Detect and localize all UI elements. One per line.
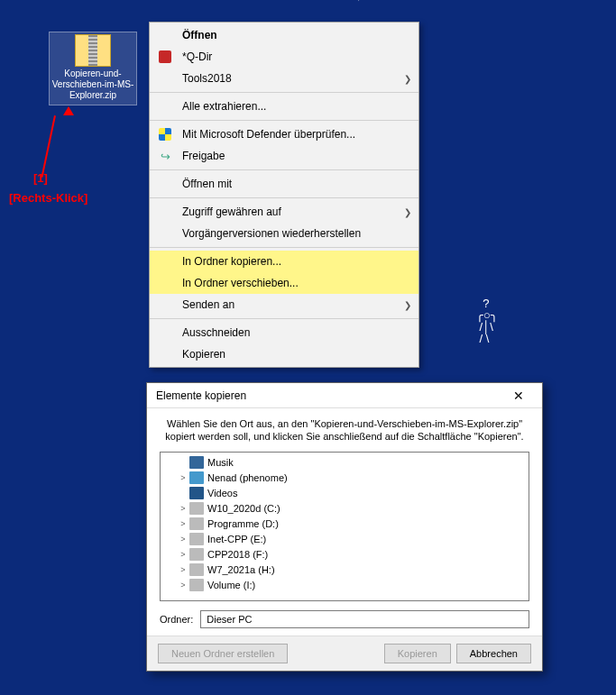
blank-icon [157, 176, 173, 192]
folder-label: Ordner: [160, 614, 193, 625]
menu-label: In Ordner verschieben... [182, 277, 399, 289]
blank-icon [157, 204, 173, 220]
tree-label: CPP2018 (F:) [207, 549, 268, 560]
tree-row[interactable]: >CPP2018 (F:) [161, 546, 529, 562]
tree-label: Programme (D:) [207, 518, 279, 529]
menu-extract[interactable]: Alle extrahieren... [150, 96, 418, 117]
menu-share[interactable]: ↪ Freigabe [150, 145, 418, 167]
menu-move-to-folder[interactable]: In Ordner verschieben... [150, 272, 418, 294]
dialog-footer: Neuen Ordner erstellen Kopieren Abbreche… [147, 636, 542, 671]
drive-icon [189, 579, 204, 591]
menu-separator [150, 197, 418, 198]
zip-icon [75, 34, 111, 67]
shield-icon [157, 126, 173, 142]
menu-label: Mit Microsoft Defender überprüfen... [182, 128, 399, 141]
menu-defender[interactable]: Mit Microsoft Defender überprüfen... [150, 123, 418, 145]
blank-icon [157, 275, 173, 291]
tree-label: Musik [207, 457, 234, 468]
arrow-line [41, 115, 56, 178]
menu-label: Öffnen mit [182, 178, 399, 190]
tree-row[interactable]: >Inet-CPP (E:) [161, 531, 529, 546]
chevron-right-icon: ❯ [404, 74, 411, 84]
arrow-icon [63, 106, 74, 115]
video-icon [189, 487, 204, 499]
drive-icon [189, 533, 204, 545]
annotation-1b: [Rechts-Klick] [9, 191, 87, 205]
menu-separator [150, 318, 418, 319]
file-label: Kopieren-und-Verschieben-im-MS-Explorer.… [50, 69, 136, 101]
menu-label: Vorgängerversionen wiederherstellen [182, 227, 399, 240]
tree-label: W10_2020d (C:) [207, 503, 280, 514]
context-menu: Öffnen *Q-Dir Tools2018 ❯ Alle extrahier… [149, 22, 419, 368]
expand-icon[interactable]: > [177, 550, 189, 559]
user-icon [189, 471, 204, 484]
menu-label: In Ordner kopieren... [182, 255, 399, 268]
copy-button[interactable]: Kopieren [384, 644, 451, 663]
cancel-button[interactable]: Abbrechen [456, 644, 531, 663]
dialog-titlebar: Elemente kopieren ✕ [147, 383, 542, 408]
menu-tools[interactable]: Tools2018 ❯ [150, 68, 418, 89]
tree-row[interactable]: Videos [161, 485, 529, 500]
tree-label: Inet-CPP (E:) [207, 534, 266, 544]
tree-row[interactable]: >W10_2020d (C:) [161, 500, 529, 516]
menu-cut[interactable]: Ausschneiden [150, 322, 418, 343]
menu-separator [150, 92, 418, 93]
blank-icon [157, 70, 173, 87]
menu-open-with[interactable]: Öffnen mit [150, 173, 418, 195]
menu-label: Freigabe [182, 150, 399, 162]
expand-icon[interactable]: > [177, 535, 189, 544]
menu-grant[interactable]: Zugriff gewähren auf ❯ [150, 201, 418, 223]
desktop-file-selected[interactable]: Kopieren-und-Verschieben-im-MS-Explorer.… [49, 32, 137, 105]
blank-icon [157, 253, 173, 270]
expand-icon[interactable]: > [177, 565, 189, 574]
tree-label: Nenad (phenome) [207, 472, 288, 483]
folder-tree[interactable]: Musik>Nenad (phenome)Videos>W10_2020d (C… [160, 452, 529, 601]
new-folder-button[interactable]: Neuen Ordner erstellen [158, 644, 288, 663]
chevron-right-icon: ❯ [404, 207, 411, 217]
tree-row[interactable]: >Volume (I:) [161, 577, 529, 592]
annotation-1: [1] [33, 171, 48, 185]
doodle-icon: ✶ [354, 0, 364, 4]
menu-label: Zugriff gewähren auf [182, 206, 399, 218]
menu-send-to[interactable]: Senden an ❯ [150, 294, 418, 315]
share-icon: ↪ [157, 148, 173, 164]
menu-label: Tools2018 [182, 72, 399, 85]
blank-icon [157, 225, 173, 242]
blank-icon [157, 98, 173, 114]
menu-label: Ausschneiden [182, 326, 399, 339]
close-button[interactable]: ✕ [501, 385, 537, 407]
menu-copy-to-folder[interactable]: In Ordner kopieren... [150, 251, 418, 272]
menu-label: *Q-Dir [182, 50, 399, 63]
tree-row[interactable]: >Programme (D:) [161, 516, 529, 531]
menu-label: Senden an [182, 298, 399, 311]
blank-icon [157, 325, 173, 341]
expand-icon[interactable]: > [177, 519, 189, 528]
expand-icon[interactable]: > [177, 504, 189, 513]
qdir-icon [157, 49, 173, 65]
expand-icon[interactable]: > [177, 581, 189, 590]
drive-icon [189, 548, 204, 561]
blank-icon [157, 27, 173, 43]
tree-row[interactable]: >Nenad (phenome) [161, 470, 529, 485]
menu-qdir[interactable]: *Q-Dir [150, 46, 418, 68]
drive-icon [189, 502, 204, 515]
dialog-title: Elemente kopieren [156, 389, 501, 402]
menu-prev-versions[interactable]: Vorgängerversionen wiederherstellen [150, 223, 418, 244]
copy-items-dialog: Elemente kopieren ✕ Wählen Sie den Ort a… [146, 382, 543, 672]
tree-label: Videos [207, 488, 237, 498]
tree-row[interactable]: >W7_2021a (H:) [161, 562, 529, 577]
menu-separator [150, 247, 418, 248]
close-icon: ✕ [513, 389, 524, 403]
menu-open[interactable]: Öffnen [150, 24, 418, 46]
tree-label: Volume (I:) [207, 580, 255, 590]
dialog-body: Wählen Sie den Ort aus, an den "Kopieren… [147, 408, 542, 636]
tree-label: W7_2021a (H:) [207, 564, 275, 575]
drive-icon [189, 517, 204, 530]
menu-label: Alle extrahieren... [182, 100, 399, 113]
drive-icon [189, 563, 204, 576]
tree-row[interactable]: Musik [161, 454, 529, 470]
menu-copy[interactable]: Kopieren [150, 343, 418, 365]
chevron-right-icon: ❯ [404, 300, 411, 310]
folder-input[interactable] [200, 610, 529, 628]
expand-icon[interactable]: > [177, 473, 189, 482]
